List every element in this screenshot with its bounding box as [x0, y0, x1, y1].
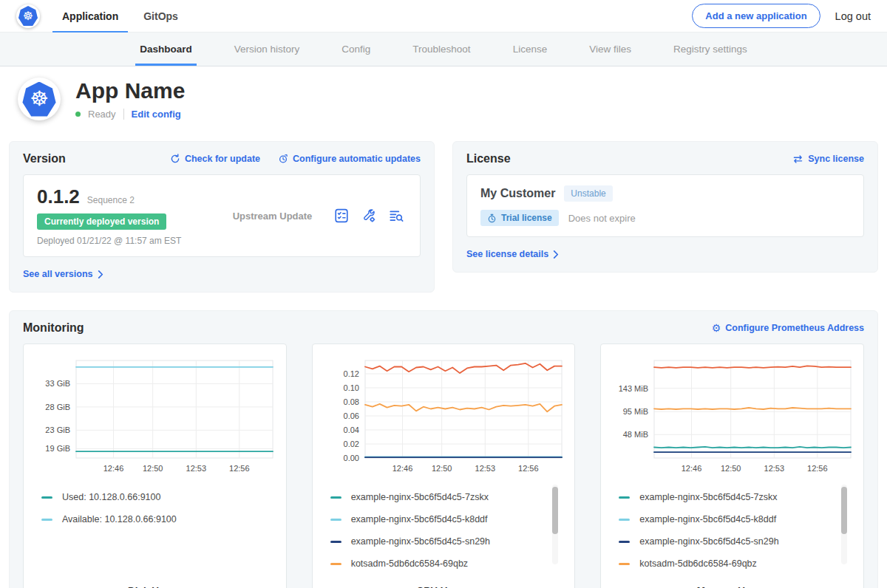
- version-card: Version Check for update Configure autom…: [9, 141, 435, 293]
- configure-automatic-updates-link[interactable]: Configure automatic updates: [278, 154, 421, 164]
- legend-color-dash: [330, 519, 341, 521]
- legend-color-dash: [619, 541, 630, 543]
- legend-color-dash: [619, 496, 630, 499]
- app-header: ☸ App Name Ready Edit config: [0, 66, 887, 134]
- legend-label: example-nginx-5bc6f5d4c5-7zskx: [351, 492, 489, 502]
- status-label: Ready: [88, 109, 116, 120]
- legend-scrollbar-thumb[interactable]: [552, 487, 558, 534]
- divider: [123, 109, 124, 120]
- svg-text:48 MiB: 48 MiB: [622, 430, 648, 439]
- svg-text:12:53: 12:53: [186, 464, 207, 473]
- configure-prometheus-link[interactable]: ⚙ Configure Prometheus Address: [712, 323, 864, 333]
- subnav-tab-version-history[interactable]: Version history: [234, 33, 300, 66]
- legend-label: example-nginx-5bc6f5d4c5-7zskx: [639, 492, 777, 502]
- legend-scrollbar-track[interactable]: [841, 485, 847, 564]
- see-all-versions-link[interactable]: See all versions: [23, 269, 103, 279]
- preflight-checks-icon[interactable]: [334, 208, 349, 223]
- legend-label: example-nginx-5bc6f5d4c5-sn29h: [639, 536, 778, 547]
- license-expiry: Does not expire: [568, 213, 636, 224]
- chart-title: Disk Usage: [30, 575, 280, 588]
- check-for-update-link[interactable]: Check for update: [170, 154, 260, 164]
- legend-label: kotsadm-5db6dc6584-69qbz: [351, 558, 468, 569]
- line-chart: 0.000.020.040.060.080.100.1212:4612:5012…: [319, 355, 568, 479]
- trial-license-badge: Trial license: [480, 210, 559, 226]
- legend-label: example-nginx-5bc6f5d4c5-k8ddf: [351, 514, 488, 524]
- edit-config-link[interactable]: Edit config: [132, 109, 181, 120]
- channel-badge: Unstable: [564, 185, 612, 202]
- current-version-panel: 0.1.2 Sequence 2 Currently deployed vers…: [23, 174, 421, 257]
- add-new-application-button[interactable]: Add a new application: [692, 4, 820, 28]
- subnav-tab-registry-settings[interactable]: Registry settings: [673, 33, 747, 66]
- svg-text:95 MiB: 95 MiB: [622, 407, 648, 416]
- legend-item: example-nginx-5bc6f5d4c5-sn29h: [619, 530, 847, 553]
- svg-text:0.02: 0.02: [344, 440, 359, 448]
- config-wrench-icon[interactable]: [361, 208, 376, 223]
- license-card-title: License: [466, 152, 511, 165]
- chart-title: Memory Usage: [607, 575, 857, 588]
- legend-item: kotsadm-5db6dc6584-69qbz: [619, 553, 847, 575]
- svg-text:0.06: 0.06: [344, 411, 359, 420]
- kubernetes-wheel-icon: ☸: [23, 10, 33, 22]
- auto-update-clock-icon: [278, 154, 288, 164]
- svg-text:12:56: 12:56: [229, 464, 250, 473]
- svg-text:143 MiB: 143 MiB: [618, 384, 648, 393]
- legend-color-dash: [330, 563, 341, 565]
- kubernetes-wheel-icon: ☸: [30, 89, 48, 109]
- topnav-tab-application[interactable]: Application: [62, 0, 118, 33]
- customer-name: My Customer: [480, 187, 555, 200]
- logout-button[interactable]: Log out: [835, 10, 871, 22]
- svg-text:33 GiB: 33 GiB: [46, 379, 71, 388]
- memory-usage-plot: 48 MiB95 MiB143 MiB12:4612:5012:5312:56: [607, 355, 857, 479]
- svg-text:23 GiB: 23 GiB: [46, 425, 71, 434]
- sync-license-link[interactable]: Sync license: [792, 154, 864, 164]
- memory-usage-legend: example-nginx-5bc6f5d4c5-7zskxexample-ng…: [607, 479, 857, 575]
- svg-text:12:50: 12:50: [432, 464, 452, 473]
- deployed-version-badge: Currently deployed version: [37, 213, 166, 230]
- legend-item: example-nginx-5bc6f5d4c5-k8ddf: [619, 508, 847, 530]
- stopwatch-icon: [487, 213, 497, 223]
- legend-item: Available: 10.128.0.66:9100: [41, 508, 270, 530]
- monitoring-card: Monitoring ⚙ Configure Prometheus Addres…: [9, 310, 878, 588]
- app-avatar: ☸: [18, 78, 61, 120]
- topnav-right: Add a new application Log out: [692, 4, 871, 28]
- svg-text:12:56: 12:56: [807, 464, 828, 473]
- svg-text:12:53: 12:53: [475, 464, 496, 473]
- legend-color-dash: [41, 519, 52, 521]
- legend-label: example-nginx-5bc6f5d4c5-sn29h: [351, 536, 490, 547]
- topnav-tab-gitops[interactable]: GitOps: [143, 0, 178, 33]
- subnav-tab-config[interactable]: Config: [341, 33, 370, 66]
- see-license-details-link[interactable]: See license details: [466, 249, 559, 259]
- subnav-tab-troubleshoot[interactable]: Troubleshoot: [412, 33, 470, 66]
- gear-icon: ⚙: [712, 323, 721, 333]
- subnav-tab-view-files[interactable]: View files: [589, 33, 631, 66]
- cpu-usage-plot: 0.000.020.040.060.080.100.1212:4612:5012…: [319, 355, 569, 479]
- legend-scrollbar-track[interactable]: [552, 485, 558, 564]
- monitoring-title: Monitoring: [23, 321, 84, 335]
- page-title: App Name: [75, 78, 185, 103]
- license-panel: My Customer Unstable Trial license Does …: [466, 174, 864, 237]
- legend-label: example-nginx-5bc6f5d4c5-k8ddf: [639, 514, 776, 524]
- legend-item: kotsadm-5db6dc6584-69qbz: [330, 553, 559, 575]
- svg-text:0.12: 0.12: [344, 369, 359, 378]
- svg-text:28 GiB: 28 GiB: [46, 403, 71, 411]
- ready-status-dot: [75, 112, 81, 117]
- line-chart: 48 MiB95 MiB143 MiB12:4612:5012:5312:56: [608, 355, 857, 479]
- cpu-usage-legend: example-nginx-5bc6f5d4c5-7zskxexample-ng…: [319, 479, 569, 575]
- line-chart: 19 GiB23 GiB28 GiB33 GiB12:4612:5012:531…: [30, 355, 279, 479]
- svg-text:12:50: 12:50: [721, 464, 741, 473]
- deploy-logs-icon[interactable]: [389, 208, 404, 223]
- legend-color-dash: [619, 519, 630, 521]
- chevron-right-icon: [553, 250, 559, 259]
- svg-text:0.08: 0.08: [344, 397, 359, 406]
- subnav-tab-dashboard[interactable]: Dashboard: [140, 33, 192, 66]
- svg-text:19 GiB: 19 GiB: [46, 444, 71, 453]
- license-card: License Sync license My Customer Unstabl…: [452, 141, 878, 273]
- svg-text:0.10: 0.10: [344, 383, 359, 392]
- svg-text:12:56: 12:56: [518, 464, 539, 473]
- legend-color-dash: [619, 563, 630, 565]
- svg-text:12:53: 12:53: [764, 464, 784, 473]
- chevron-right-icon: [98, 270, 103, 278]
- subnav-tab-license[interactable]: License: [513, 33, 548, 66]
- legend-scrollbar-thumb[interactable]: [841, 487, 847, 534]
- memory-usage-chart-card: 48 MiB95 MiB143 MiB12:4612:5012:5312:56 …: [600, 343, 864, 588]
